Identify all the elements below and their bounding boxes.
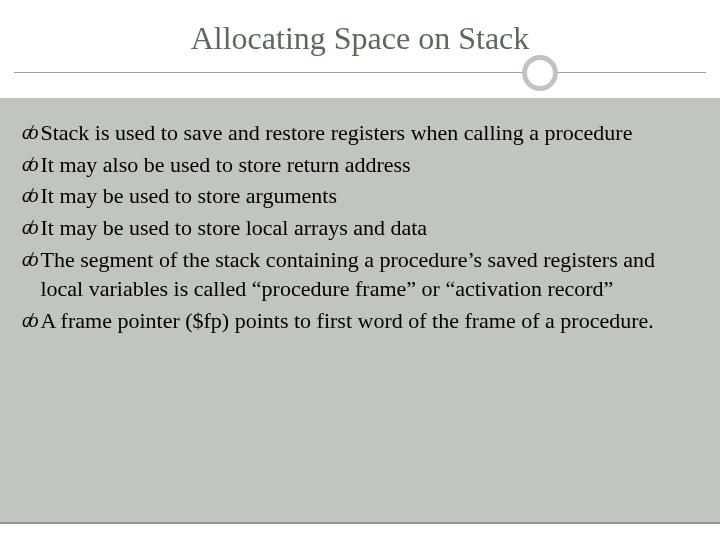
slide-title: Allocating Space on Stack: [0, 20, 720, 57]
bullet-text: It may also be used to store return addr…: [40, 150, 698, 180]
list-item: c/o A frame pointer ($fp) points to firs…: [22, 306, 698, 336]
bullet-text: It may be used to store arguments: [40, 181, 698, 211]
list-item: c/o It may be used to store local arrays…: [22, 213, 698, 243]
slide: Allocating Space on Stack c/o Stack is u…: [0, 0, 720, 540]
list-item: c/o It may also be used to store return …: [22, 150, 698, 180]
bullet-text: It may be used to store local arrays and…: [40, 213, 698, 243]
list-item: c/o It may be used to store arguments: [22, 181, 698, 211]
bullet-icon: c/o: [22, 150, 34, 180]
list-item: c/o Stack is used to save and restore re…: [22, 118, 698, 148]
bullet-icon: c/o: [22, 118, 34, 148]
bullet-icon: c/o: [22, 306, 34, 336]
bullet-icon: c/o: [22, 245, 34, 304]
content-area: c/o Stack is used to save and restore re…: [22, 118, 698, 338]
list-item: c/o The segment of the stack containing …: [22, 245, 698, 304]
bullet-text: A frame pointer ($fp) points to first wo…: [40, 306, 698, 336]
bullet-icon: c/o: [22, 181, 34, 211]
circle-ornament-icon: [522, 55, 558, 91]
horizontal-rule: [14, 72, 706, 73]
footer-band: [0, 522, 720, 540]
bullet-icon: c/o: [22, 213, 34, 243]
bullet-text: The segment of the stack containing a pr…: [40, 245, 698, 304]
bullet-text: Stack is used to save and restore regist…: [40, 118, 698, 148]
